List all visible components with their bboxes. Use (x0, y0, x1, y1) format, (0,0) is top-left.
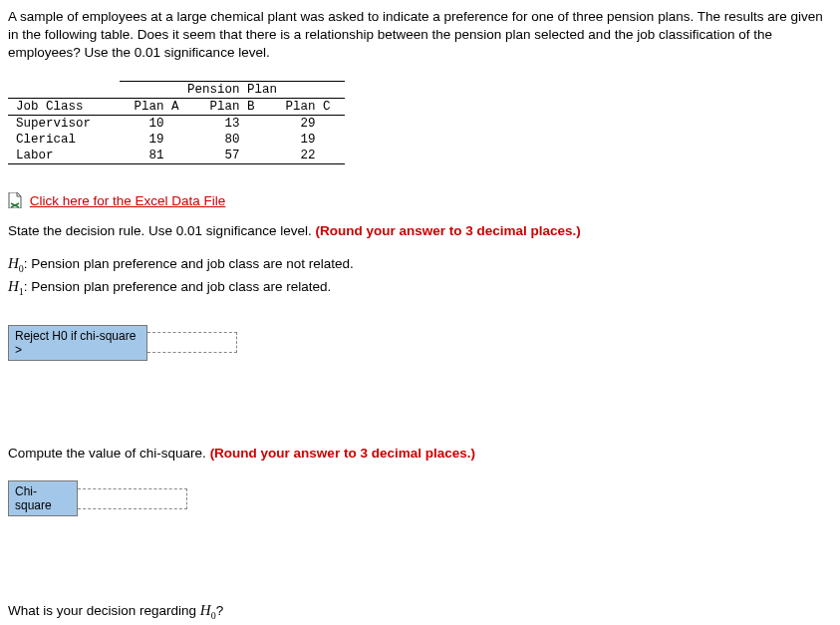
rounding-note: (Round your answer to 3 decimal places.) (315, 223, 580, 238)
table-row: Supervisor 10 13 29 (8, 116, 346, 132)
q3-prompt-text: What is your decision regarding (8, 603, 200, 618)
data-table: Pension Plan Job Class Plan A Plan B Pla… (8, 81, 347, 164)
table-group-header: Pension Plan (119, 82, 346, 98)
q2-prompt-text: Compute the value of chi-square. (8, 446, 210, 461)
cell: 22 (270, 148, 346, 163)
cell: 19 (270, 132, 346, 148)
hypothesis-h1: H1: Pension plan preference and job clas… (8, 276, 832, 299)
file-icon (8, 192, 22, 208)
problem-intro: A sample of employees at a large chemica… (8, 8, 832, 63)
cell: 81 (119, 148, 194, 163)
table-row-header: Job Class (8, 99, 119, 115)
col-plan-a: Plan A (119, 99, 194, 115)
row-label: Clerical (8, 132, 119, 148)
q1-prompt-text: State the decision rule. Use 0.01 signif… (8, 223, 315, 238)
critical-value-input[interactable] (147, 332, 237, 353)
cell: 29 (270, 116, 346, 132)
cell: 13 (194, 116, 270, 132)
row-label: Supervisor (8, 116, 119, 132)
q2-prompt: Compute the value of chi-square. (Round … (8, 445, 832, 464)
q3-prompt: What is your decision regarding H0? (8, 600, 832, 623)
chi-square-input[interactable] (78, 488, 187, 509)
row-label: Labor (8, 148, 119, 163)
col-plan-c: Plan C (270, 99, 346, 115)
rounding-note: (Round your answer to 3 decimal places.) (210, 446, 475, 461)
hypothesis-h0: H0: Pension plan preference and job clas… (8, 253, 832, 276)
q2-label: Chi-square (8, 480, 78, 516)
q1-label: Reject H0 if chi-square > (8, 325, 147, 361)
cell: 57 (194, 148, 270, 163)
cell: 19 (119, 132, 194, 148)
excel-data-file-link[interactable]: Click here for the Excel Data File (30, 193, 226, 208)
cell: 80 (194, 132, 270, 148)
cell: 10 (119, 116, 194, 132)
table-row: Clerical 19 80 19 (8, 132, 346, 148)
table-row: Labor 81 57 22 (8, 148, 346, 163)
q1-prompt: State the decision rule. Use 0.01 signif… (8, 222, 832, 241)
col-plan-b: Plan B (194, 99, 270, 115)
